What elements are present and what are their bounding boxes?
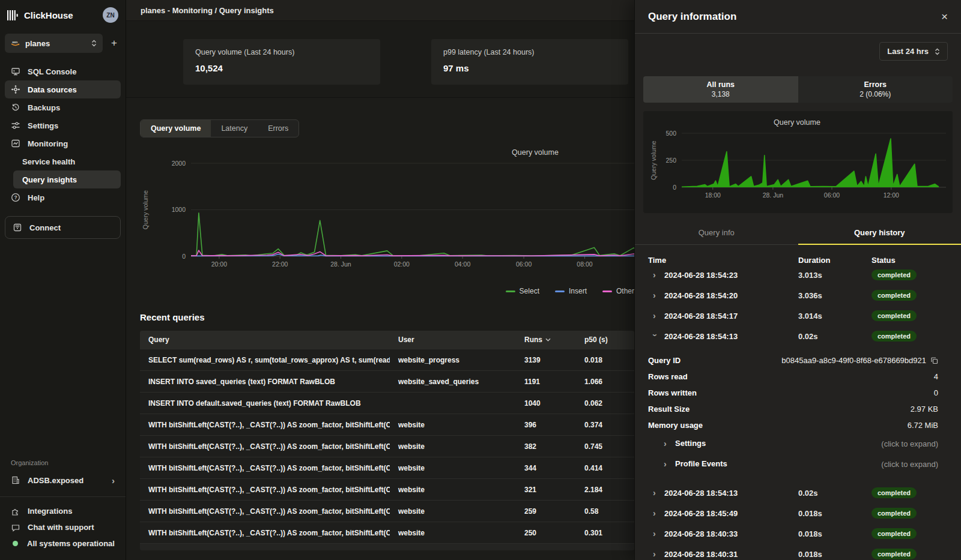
table-row[interactable]: INSERT INTO default.saved_queries (text)… — [140, 392, 634, 414]
svg-text:?: ? — [14, 194, 17, 200]
sidebar: ClickHouse ZN aws planes + SQL Console D… — [0, 0, 126, 560]
svg-text:28. Jun: 28. Jun — [763, 191, 784, 199]
svg-text:Query volume: Query volume — [142, 190, 149, 230]
table-row[interactable]: INSERT INTO saved_queries (text) FORMAT … — [140, 370, 634, 392]
panel-tabs: Query info Query history — [635, 223, 961, 245]
workspace-selector[interactable]: aws planes — [5, 34, 103, 53]
svg-text:1000: 1000 — [172, 206, 186, 213]
tab-query-volume[interactable]: Query volume — [141, 120, 211, 137]
history-row[interactable]: ›2024-06-28 18:45:49 0.018s completed — [648, 503, 948, 523]
detail-row-memory-usage: Memory usage 6.72 MiB — [648, 417, 948, 433]
organization-item[interactable]: ADSB.exposed › — [5, 470, 121, 490]
user-avatar[interactable]: ZN — [103, 7, 118, 23]
history-row[interactable]: ›2024-06-28 18:54:17 3.014s completed — [648, 306, 948, 326]
chevron-right-icon: › — [653, 291, 658, 300]
toggle-errors[interactable]: Errors 2 (0.06%) — [798, 76, 953, 103]
legend-item-other[interactable]: Other — [602, 287, 634, 295]
status-badge: completed — [872, 549, 917, 559]
column-header-user[interactable]: User — [390, 336, 516, 344]
svg-text:28. Jun: 28. Jun — [330, 260, 351, 268]
history-row[interactable]: ›2024-06-28 18:54:23 3.013s completed — [648, 265, 948, 285]
column-header-runs[interactable]: Runs — [516, 336, 576, 344]
history-row[interactable]: ›2024-06-28 18:54:13 0.02s completed — [648, 483, 948, 503]
svg-text:Query volume: Query volume — [650, 140, 657, 180]
system-status-item[interactable]: All systems operational — [5, 535, 121, 552]
mini-chart-svg[interactable]: 025050018:0028. Jun06:0012:00Query volum… — [648, 118, 946, 206]
status-badge: completed — [872, 528, 917, 539]
chevron-right-icon: › — [653, 488, 658, 498]
svg-text:250: 250 — [665, 157, 676, 164]
panel-title: Query information — [648, 11, 736, 23]
chevron-right-icon: › — [653, 549, 658, 559]
stat-card-query-volume: Query volume (Last 24 hours) 10,524 — [183, 39, 380, 85]
integrations-label: Integrations — [28, 507, 72, 516]
sidebar-item-settings[interactable]: Settings — [5, 116, 121, 134]
insights-content: Query volume Latency Errors 01000200020:… — [126, 98, 634, 560]
integrations-item[interactable]: Integrations — [5, 503, 121, 519]
tab-query-history[interactable]: Query history — [798, 223, 961, 245]
toggle-all-runs[interactable]: All runs 3,138 — [643, 76, 798, 103]
sidebar-item-help[interactable]: ? Help — [5, 188, 121, 206]
tab-latency[interactable]: Latency — [211, 120, 258, 137]
chevron-right-icon: › — [664, 439, 668, 448]
workspace-name: planes — [25, 39, 86, 48]
chevron-right-icon: › — [653, 529, 658, 538]
chevron-up-down-icon — [91, 40, 97, 47]
table-row[interactable]: WITH bitShiftLeft(CAST(?..), _CAST(?..))… — [140, 500, 634, 522]
history-header: Time Duration Status — [648, 256, 948, 265]
table-row[interactable]: WITH bitShiftLeft(CAST(?..), _CAST(?..))… — [140, 522, 634, 543]
add-workspace-button[interactable]: + — [108, 37, 121, 49]
detail-row-rows-written: Rows written 0 — [648, 385, 948, 401]
terminal-icon — [11, 67, 20, 76]
chevron-up-down-icon — [935, 48, 940, 55]
puzzle-icon — [11, 507, 20, 516]
breadcrumb: planes - Monitoring / Query insights — [141, 6, 274, 15]
status-badge: completed — [872, 508, 917, 519]
history-row[interactable]: ›2024-06-28 18:40:31 0.018s completed — [648, 544, 948, 560]
tab-query-info[interactable]: Query info — [635, 223, 798, 245]
monitoring-chart-icon — [11, 139, 20, 148]
sidebar-item-label: Data sources — [28, 85, 77, 94]
history-row-expanded[interactable]: ›2024-06-28 18:54:13 0.02s completed — [648, 326, 948, 346]
sidebar-item-query-insights[interactable]: Query insights — [13, 170, 121, 188]
column-header-p50[interactable]: p50 (s) — [576, 336, 634, 344]
sidebar-item-backups[interactable]: Backups — [5, 98, 121, 116]
legend-item-select[interactable]: Select — [506, 287, 539, 295]
svg-text:18:00: 18:00 — [705, 191, 721, 199]
sort-desc-icon — [545, 338, 551, 342]
column-header-query[interactable]: Query — [140, 336, 390, 344]
settings-expander[interactable]: ›Settings (click to expand) — [648, 433, 948, 454]
chat-support-item[interactable]: Chat with support — [5, 519, 121, 535]
history-row[interactable]: ›2024-06-28 18:54:20 3.036s completed — [648, 285, 948, 306]
sidebar-item-label: SQL Console — [28, 67, 76, 76]
history-row[interactable]: ›2024-06-28 18:40:33 0.018s completed — [648, 523, 948, 544]
table-row[interactable]: WITH bitShiftLeft(CAST(?..), _CAST(?..))… — [140, 457, 634, 478]
table-row[interactable]: WITH bitShiftLeft(CAST(?..), _CAST(?..))… — [140, 435, 634, 457]
sidebar-item-service-health[interactable]: Service health — [13, 152, 121, 170]
close-icon[interactable]: × — [941, 11, 948, 22]
toggle-value: 3,138 — [712, 90, 730, 98]
sidebar-item-sql-console[interactable]: SQL Console — [5, 62, 121, 80]
profile-events-expander[interactable]: ›Profile Events (click to expand) — [648, 454, 948, 474]
svg-text:08:00: 08:00 — [577, 260, 592, 268]
sidebar-item-data-sources[interactable]: Data sources — [5, 80, 121, 98]
legend-label: Select — [520, 287, 539, 295]
table-row[interactable]: WITH bitShiftLeft(CAST(?..), _CAST(?..))… — [140, 478, 634, 500]
toggle-label: Errors — [864, 80, 887, 89]
connect-button[interactable]: Connect — [5, 216, 121, 239]
time-range-value: Last 24 hrs — [887, 47, 929, 56]
main-chart-svg[interactable]: 01000200020:0022:0028. Jun02:0004:0006:0… — [140, 143, 634, 283]
svg-text:0: 0 — [673, 184, 676, 191]
chat-bubble-icon — [11, 523, 20, 532]
sliders-icon — [11, 121, 20, 130]
query-volume-chart: 01000200020:0022:0028. Jun02:0004:0006:0… — [140, 143, 634, 295]
copy-icon[interactable] — [930, 357, 938, 364]
time-range-select[interactable]: Last 24 hrs — [879, 42, 948, 61]
connect-icon — [13, 223, 22, 232]
sidebar-item-monitoring[interactable]: Monitoring — [5, 134, 121, 152]
legend-swatch — [555, 291, 565, 292]
table-row[interactable]: WITH bitShiftLeft(CAST(?..), _CAST(?..))… — [140, 414, 634, 435]
table-row[interactable]: SELECT sum(read_rows) AS r, sum(total_ro… — [140, 349, 634, 370]
legend-item-insert[interactable]: Insert — [555, 287, 587, 295]
tab-errors[interactable]: Errors — [258, 120, 299, 137]
